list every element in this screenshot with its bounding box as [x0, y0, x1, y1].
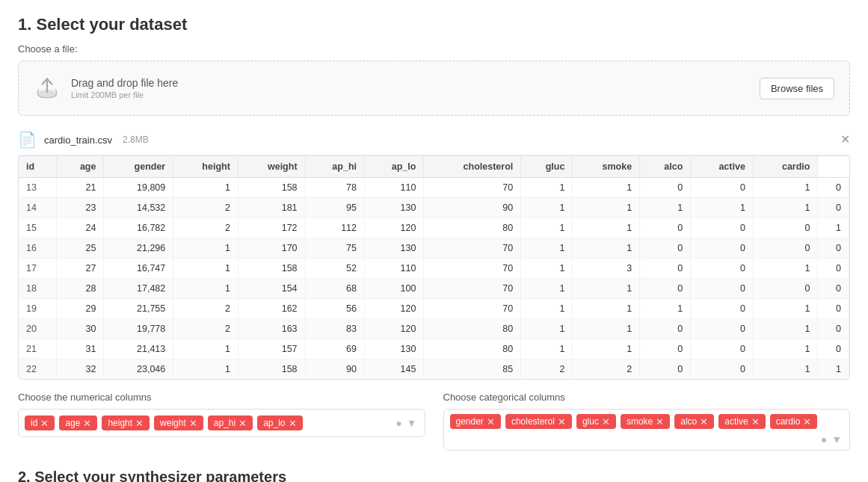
numerical-tags-controls[interactable]: ●▼ [394, 417, 418, 429]
cell-height: 158 [238, 259, 305, 279]
table-row: 152416,782217211212080110001 [19, 218, 849, 238]
categorical-tag-gender[interactable]: gender✕ [450, 414, 501, 429]
cell-gluc: 1 [573, 178, 640, 198]
categorical-tag-active[interactable]: active✕ [718, 414, 765, 429]
cell-alco: 1 [691, 198, 754, 218]
cell-smoke: 0 [640, 238, 691, 259]
col-header-gluc: gluc [521, 156, 573, 178]
row-number: 13 [19, 178, 57, 198]
col-header-active: active [691, 156, 754, 178]
cell-active: 0 [753, 218, 818, 238]
categorical-tags-container[interactable]: gender✕cholesterol✕gluc✕smoke✕alco✕activ… [443, 409, 851, 451]
cell-id: 23 [57, 198, 104, 218]
page-title: 1. Select your dataset [18, 15, 850, 34]
cell-height: 170 [238, 238, 305, 259]
numerical-tags-container[interactable]: id✕age✕height✕weight✕ap_hi✕ap_lo✕●▼ [18, 409, 425, 437]
col-header-cholesterol: cholesterol [424, 156, 521, 178]
tag-remove[interactable]: ✕ [289, 418, 297, 428]
cell-active: 1 [753, 299, 818, 319]
table-row: 203019,77821638312080110010 [19, 319, 849, 339]
tag-remove[interactable]: ✕ [487, 417, 495, 427]
col-header-weight: weight [238, 156, 305, 178]
cell-cardio: 1 [818, 359, 849, 380]
drag-drop-text: Drag and drop file here [71, 77, 178, 89]
cell-alco: 0 [691, 218, 754, 238]
cell-alco: 0 [691, 259, 754, 279]
cell-weight: 56 [305, 299, 364, 319]
cell-cholesterol: 1 [521, 238, 573, 259]
col-header-smoke: smoke [573, 156, 640, 178]
numerical-tag-height[interactable]: height✕ [102, 415, 150, 430]
remove-file-button[interactable]: ✕ [840, 134, 850, 146]
tag-label: cardio [776, 416, 801, 427]
cell-id: 31 [57, 339, 104, 359]
cell-smoke: 1 [640, 198, 691, 218]
cell-alco: 0 [691, 299, 754, 319]
tag-remove[interactable]: ✕ [83, 418, 91, 428]
numerical-tag-weight[interactable]: weight✕ [154, 415, 203, 430]
categorical-tag-cardio[interactable]: cardio✕ [770, 414, 818, 429]
tag-remove[interactable]: ✕ [135, 418, 144, 428]
numerical-tag-ap_hi[interactable]: ap_hi✕ [208, 415, 253, 430]
tag-remove[interactable]: ✕ [558, 417, 566, 427]
cell-ap_hi: 120 [365, 319, 424, 339]
cell-cardio: 0 [818, 279, 849, 299]
cell-id: 27 [57, 259, 104, 279]
tag-remove[interactable]: ✕ [700, 417, 708, 427]
categorical-tag-smoke[interactable]: smoke✕ [621, 414, 670, 429]
cell-ap_hi: 145 [365, 359, 424, 380]
cell-ap_lo: 70 [424, 279, 521, 299]
cell-ap_lo: 70 [424, 238, 521, 259]
cell-id: 29 [57, 299, 104, 319]
cell-gender: 2 [173, 198, 238, 218]
cell-weight: 52 [305, 259, 364, 279]
cell-active: 1 [753, 198, 818, 218]
tag-remove[interactable]: ✕ [803, 417, 811, 427]
tag-remove[interactable]: ✕ [751, 417, 760, 427]
categorical-tag-gluc[interactable]: gluc✕ [576, 414, 616, 429]
cell-weight: 68 [305, 279, 364, 299]
categorical-tag-alco[interactable]: alco✕ [674, 414, 714, 429]
tag-remove[interactable]: ✕ [602, 417, 610, 427]
cell-ap_hi: 120 [365, 218, 424, 238]
numerical-tag-age[interactable]: age✕ [59, 415, 97, 430]
cell-smoke: 0 [640, 178, 691, 198]
tag-remove[interactable]: ✕ [40, 418, 49, 428]
browse-files-button[interactable]: Browse files [760, 78, 834, 99]
cell-age: 21,755 [104, 299, 173, 319]
numerical-columns-label: Choose the numerical columns [18, 392, 425, 403]
table-row: 172716,74711585211070130010 [19, 259, 849, 279]
numerical-columns-group: Choose the numerical columns id✕age✕heig… [18, 392, 425, 437]
table-row: 132119,80911587811070110010 [19, 178, 849, 198]
numerical-dropdown-button[interactable]: ▼ [405, 417, 419, 429]
table-row: 142314,53221819513090111110 [19, 198, 849, 218]
tag-remove[interactable]: ✕ [238, 418, 247, 428]
row-number: 22 [19, 359, 57, 380]
dropzone[interactable]: Drag and drop file here Limit 200MB per … [18, 61, 850, 116]
categorical-tags-controls[interactable]: ●▼ [819, 433, 843, 445]
cell-height: 154 [238, 279, 305, 299]
col-header-ap_hi: ap_hi [305, 156, 364, 178]
categorical-tag-cholesterol[interactable]: cholesterol✕ [505, 414, 572, 429]
cell-ap_hi: 100 [365, 279, 424, 299]
categorical-settings-button[interactable]: ● [819, 433, 828, 445]
choose-file-label: Choose a file: [18, 43, 850, 55]
data-table: idagegenderheightweightap_hiap_locholest… [19, 156, 849, 379]
cell-ap_hi: 130 [365, 339, 424, 359]
numerical-tag-id[interactable]: id✕ [25, 415, 55, 430]
numerical-settings-button[interactable]: ● [394, 417, 403, 429]
cell-weight: 75 [305, 238, 364, 259]
col-header-id: id [19, 156, 57, 178]
cell-cardio: 0 [818, 178, 849, 198]
col-header-age: age [57, 156, 104, 178]
cell-weight: 90 [305, 359, 364, 380]
tag-remove[interactable]: ✕ [189, 418, 197, 428]
numerical-tag-ap_lo[interactable]: ap_lo✕ [257, 415, 302, 430]
categorical-dropdown-button[interactable]: ▼ [830, 433, 843, 445]
cell-cholesterol: 1 [521, 279, 573, 299]
tag-remove[interactable]: ✕ [656, 417, 664, 427]
cell-gluc: 2 [573, 359, 640, 380]
cell-ap_lo: 85 [424, 359, 521, 380]
cell-weight: 83 [305, 319, 364, 339]
cell-ap_hi: 130 [365, 238, 424, 259]
